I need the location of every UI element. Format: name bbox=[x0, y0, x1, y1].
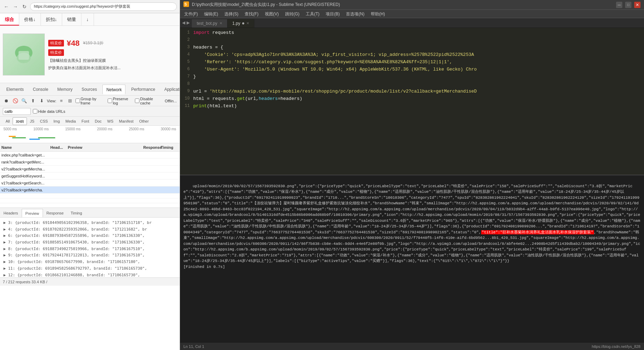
request-row-6[interactable]: v2?callback=getMercha. bbox=[0, 187, 180, 194]
title-highlight: "title":"巨补水墨菊补水润养礼盒洁面水乳补水保湿护肤套装" bbox=[481, 230, 594, 234]
filter-img[interactable]: Img bbox=[51, 117, 63, 125]
nav-refresh-button[interactable]: ↻ bbox=[21, 3, 28, 10]
sublime-title-text: D:\python实用技能\model_2\爬虫会实战\1.py - Subli… bbox=[192, 2, 340, 8]
tab-价格[interactable]: 价格↓ bbox=[19, 13, 41, 25]
detail-tab-headers[interactable]: Headers bbox=[0, 209, 22, 217]
request-name-6: v2?callback=getMercha. bbox=[1, 188, 50, 192]
view-label: View: bbox=[47, 99, 56, 103]
filter-button[interactable]: 🔍 bbox=[21, 97, 28, 105]
tab-1py-label: 1.py bbox=[232, 19, 240, 28]
prev-tab-arrow[interactable]: ◀ bbox=[182, 20, 185, 25]
hide-data-urls-checkbox[interactable] bbox=[33, 109, 37, 114]
filter-all[interactable]: All bbox=[3, 117, 13, 125]
tab-performance[interactable]: Performance bbox=[128, 85, 159, 94]
view-list-button[interactable]: ≡ bbox=[58, 97, 65, 105]
close-button[interactable]: ✕ bbox=[634, 2, 641, 8]
filter-other[interactable]: Other bbox=[136, 117, 152, 125]
tab-application[interactable]: Application bbox=[161, 85, 180, 94]
menu-edit[interactable]: 编辑(E) bbox=[201, 10, 221, 17]
filter-css[interactable]: CSS bbox=[37, 117, 51, 125]
tab-1py-close[interactable]: ✕ bbox=[246, 19, 249, 28]
menu-project[interactable]: 项目(B) bbox=[323, 10, 342, 17]
code-editor[interactable]: 1 import requests 2 3 headers = { 4 'Coo… bbox=[180, 28, 644, 175]
filter-font[interactable]: Font bbox=[79, 117, 92, 125]
request-row-4[interactable]: getSuggestHotKeyword... bbox=[0, 173, 180, 180]
clear-button[interactable]: 🚫 bbox=[12, 97, 19, 105]
maximize-button[interactable]: □ bbox=[625, 2, 631, 8]
tab-console[interactable]: Console bbox=[29, 85, 52, 94]
nav-back-button[interactable]: ← bbox=[3, 3, 10, 10]
view-grid-button[interactable]: ⊞ bbox=[66, 97, 74, 105]
group-by-frame-text: Group by frame bbox=[81, 97, 106, 105]
filter-js[interactable]: JS bbox=[27, 117, 37, 125]
detail-tab-timing[interactable]: Timing bbox=[67, 209, 86, 217]
detail-content[interactable]: ▶ 3: {productId: 6918449056102396358, br… bbox=[0, 218, 180, 278]
tab-elements[interactable]: Elements bbox=[3, 85, 27, 94]
request-count: 7 / 212 requests 33.4 KB / bbox=[3, 280, 47, 284]
export-button[interactable]: ⬇ bbox=[38, 97, 45, 105]
tab-test-bot[interactable]: test_bot.py ✕ bbox=[192, 19, 227, 28]
record-button[interactable]: ⏺ bbox=[3, 97, 10, 105]
tab-sources[interactable]: Sources bbox=[78, 85, 100, 94]
menu-find[interactable]: 查找(F) bbox=[242, 10, 261, 17]
disable-cache-checkbox[interactable] bbox=[135, 99, 139, 103]
tab-销量[interactable]: 销量 bbox=[62, 13, 81, 25]
filter-ws[interactable]: WS bbox=[104, 117, 116, 125]
menu-goto[interactable]: 跳转(G) bbox=[282, 10, 302, 17]
menu-tools[interactable]: 工具(T) bbox=[303, 10, 322, 17]
menu-help[interactable]: 帮助(H) bbox=[368, 10, 388, 17]
filter-input[interactable] bbox=[3, 108, 31, 115]
browser-panel: ← → ↻ 综合 价格↓ 折扣↓ 销量 ↓ 特卖价 ¥48 bbox=[0, 0, 180, 350]
tab-1py[interactable]: 1.py ✕ bbox=[227, 19, 255, 28]
filter-doc[interactable]: Doc bbox=[92, 117, 104, 125]
col-status-header: Head... bbox=[50, 145, 68, 150]
filter-xhr[interactable]: XHR bbox=[13, 117, 27, 125]
tab-more[interactable]: ↓ bbox=[81, 13, 94, 25]
request-row-2[interactable]: rank?callback=getMerc... bbox=[0, 159, 180, 166]
tree-item-8: ▶ 8: {productId: 6918873490275019966, br… bbox=[2, 246, 178, 253]
nav-forward-button[interactable]: → bbox=[12, 3, 19, 10]
next-tab-arrow[interactable]: ▶ bbox=[187, 20, 190, 25]
detail-tab-preview[interactable]: Preview bbox=[22, 209, 43, 217]
address-bar[interactable] bbox=[30, 2, 177, 11]
request-row-1[interactable]: index.php?callback=get... bbox=[0, 152, 180, 159]
import-button[interactable]: ⬆ bbox=[29, 97, 37, 105]
code-line-7: 7 } bbox=[180, 73, 644, 81]
timeline-area: 5000 ms 10000 ms 15000 ms 20000 ms 25000… bbox=[0, 126, 180, 143]
hide-data-urls-label: Hide data URLs bbox=[33, 109, 65, 114]
menu-file[interactable]: 文件(F) bbox=[181, 10, 201, 17]
group-by-frame-checkbox[interactable] bbox=[75, 99, 80, 103]
filter-manifest[interactable]: Manifest bbox=[116, 117, 137, 125]
disable-cache-label: Disable cache bbox=[135, 97, 163, 105]
preserve-log-checkbox[interactable] bbox=[108, 99, 112, 103]
nav-arrows: ◀ ▶ bbox=[180, 18, 192, 28]
tab-network[interactable]: Network bbox=[102, 85, 125, 94]
sublime-panel: S D:\python实用技能\model_2\爬虫会实战\1.py - Sub… bbox=[180, 0, 644, 350]
tree-item-11: ▶ 11: {productId: 6918945825686792797, b… bbox=[2, 265, 178, 272]
detail-tab-response[interactable]: Response bbox=[43, 209, 67, 217]
code-line-11: 11 print(html.text) bbox=[180, 103, 644, 110]
menu-preferences[interactable]: 首选项(N) bbox=[343, 10, 367, 17]
tab-折扣[interactable]: 折扣↓ bbox=[41, 13, 63, 25]
menu-select[interactable]: 选择(S) bbox=[222, 10, 241, 17]
network-requests-list[interactable]: index.php?callback=get... rank?callback=… bbox=[0, 152, 180, 207]
menu-view[interactable]: 视图(V) bbox=[262, 10, 282, 17]
filter-media[interactable]: Media bbox=[63, 117, 79, 125]
col-timing-header: Timing bbox=[161, 145, 178, 150]
tab-test-bot-close[interactable]: ✕ bbox=[219, 19, 222, 28]
request-row-3[interactable]: v2?callback=getMercha... bbox=[0, 166, 180, 173]
minimize-button[interactable]: ─ bbox=[616, 2, 622, 8]
request-row-5[interactable]: v1?callback=getSearch... bbox=[0, 180, 180, 187]
request-name-3: v2?callback=getMercha... bbox=[1, 167, 50, 171]
request-row-8[interactable] bbox=[0, 198, 180, 203]
timeline-labels: 5000 ms 10000 ms 15000 ms 20000 ms 25000… bbox=[0, 126, 180, 132]
tree-item-9: ▶ 9: {productId: 6917924417817122013, br… bbox=[2, 252, 178, 259]
request-row-9[interactable] bbox=[0, 203, 180, 207]
tab-综合[interactable]: 综合 bbox=[0, 13, 19, 25]
product-tabs: 综合 价格↓ 折扣↓ 销量 ↓ bbox=[0, 13, 180, 26]
browser-topbar: ← → ↻ bbox=[0, 0, 180, 13]
json-output-area[interactable]: upload/momin/2019/09/02/57/1567393592830… bbox=[180, 175, 644, 342]
price-current: ¥48 bbox=[67, 39, 80, 48]
request-row-7[interactable] bbox=[0, 194, 180, 198]
tab-memory[interactable]: Memory bbox=[54, 85, 76, 94]
